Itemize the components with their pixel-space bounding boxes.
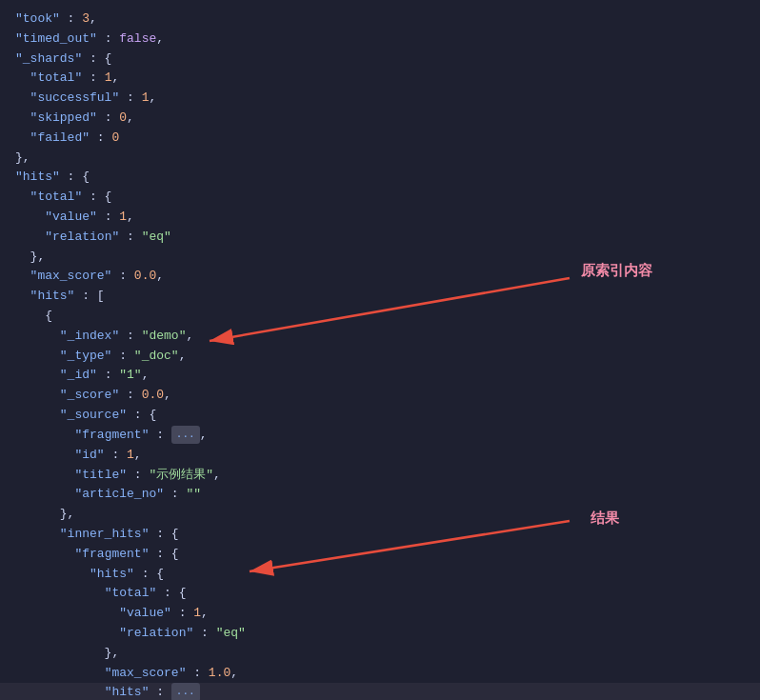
code-line: "hits" : [: [0, 287, 760, 307]
code-line: "_type" : "_doc",: [0, 347, 760, 367]
code-line: },: [0, 505, 760, 525]
code-line: "hits" : {: [0, 168, 760, 188]
result-label: 结果: [590, 510, 619, 528]
code-line: "_source" : {: [0, 406, 760, 426]
code-line: "hits" : ...: [0, 683, 760, 700]
code-line: "total" : 1,: [0, 69, 760, 89]
code-line: "_shards" : {: [0, 50, 760, 70]
collapsed-badge[interactable]: ...: [171, 426, 200, 445]
code-line: "successful" : 1,: [0, 89, 760, 109]
code-line: "hits" : {: [0, 565, 760, 585]
code-line: "max_score" : 1.0,: [0, 664, 760, 684]
code-line: },: [0, 644, 760, 664]
code-line: "fragment" : {: [0, 545, 760, 565]
code-container: "took" : 3,"timed_out" : false,"_shards"…: [0, 0, 760, 700]
code-line: "article_no" : "": [0, 485, 760, 505]
code-line: "failed" : 0: [0, 129, 760, 149]
code-line: "total" : {: [0, 584, 760, 604]
original-index-label: 原索引内容: [581, 262, 652, 280]
code-line: "id" : 1,: [0, 446, 760, 466]
code-line: "took" : 3,: [0, 10, 760, 30]
code-line: "_index" : "demo",: [0, 327, 760, 347]
collapsed-badge[interactable]: ...: [171, 683, 200, 700]
code-line: "fragment" : ...,: [0, 426, 760, 446]
code-line: "value" : 1,: [0, 604, 760, 624]
code-line: "_score" : 0.0,: [0, 386, 760, 406]
code-line: "value" : 1,: [0, 208, 760, 228]
code-line: "timed_out" : false,: [0, 30, 760, 50]
code-line: "_id" : "1",: [0, 366, 760, 386]
code-line: "inner_hits" : {: [0, 525, 760, 545]
code-line: "relation" : "eq": [0, 228, 760, 248]
code-line: "skipped" : 0,: [0, 109, 760, 129]
code-line: "total" : {: [0, 188, 760, 208]
code-line: "relation" : "eq": [0, 624, 760, 644]
code-line: "title" : "示例结果",: [0, 466, 760, 486]
code-line: {: [0, 307, 760, 327]
code-line: },: [0, 149, 760, 169]
